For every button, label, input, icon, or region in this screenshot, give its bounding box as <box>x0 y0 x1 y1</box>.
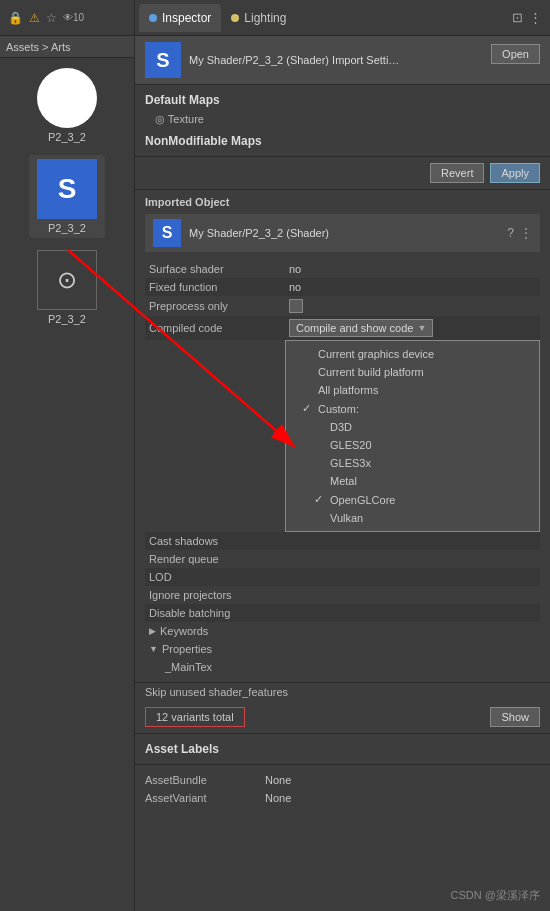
sidebar-item-unity[interactable]: ⊙ P2_3_2 <box>37 250 97 325</box>
bottom-section: AssetBundle None AssetVariant None <box>135 765 550 813</box>
variants-count-box: 12 variants total <box>145 707 245 727</box>
asset-bundle-row: AssetBundle None <box>145 771 540 789</box>
sidebar-topbar-buttons: 🔒 ⚠ ☆ 👁10 <box>6 9 86 27</box>
dropdown-item-metal[interactable]: Metal <box>286 472 539 490</box>
help-icon[interactable]: ? <box>507 226 514 240</box>
imported-header: S My Shader/P2_3_2 (Shader) ? ⋮ <box>145 214 540 252</box>
maximize-icon[interactable]: ⊡ <box>512 10 523 25</box>
tab-lighting[interactable]: Lighting <box>221 4 296 32</box>
maintex-row: _MainTex <box>145 658 540 676</box>
content-area: S My Shader/P2_3_2 (Shader) Import Setti… <box>135 36 550 911</box>
asset-variant-row: AssetVariant None <box>145 789 540 807</box>
nonmodifiable-title: NonModifiable Maps <box>145 134 540 148</box>
sidebar-item-label-unity: P2_3_2 <box>48 313 86 325</box>
prop-ignore-projectors: Ignore projectors <box>145 586 540 604</box>
action-buttons: Revert Apply <box>135 157 550 190</box>
warning-icon: ⚠ <box>27 9 42 27</box>
dropdown-item-graphics-device[interactable]: Current graphics device <box>286 345 539 363</box>
default-maps-section: Default Maps ◎ Texture NonModifiable Map… <box>135 85 550 157</box>
imported-label: Imported Object <box>145 196 540 208</box>
asset-bundle-value: None <box>265 774 291 786</box>
tab-inspector[interactable]: Inspector <box>139 4 221 32</box>
asset-labels-title: Asset Labels <box>145 742 540 756</box>
star-icon[interactable]: ☆ <box>44 9 59 27</box>
menu-icon[interactable]: ⋮ <box>529 10 542 25</box>
breadcrumb: Assets > Arts <box>0 36 134 58</box>
open-button[interactable]: Open <box>491 44 540 64</box>
imported-section: Imported Object S My Shader/P2_3_2 (Shad… <box>135 190 550 683</box>
dropdown-item-gles3x[interactable]: GLES3x <box>286 454 539 472</box>
preprocess-checkbox[interactable] <box>289 299 303 313</box>
imported-header-shader-icon: S <box>153 219 181 247</box>
prop-surface-shader: Surface shader no <box>145 260 540 278</box>
inspector-dot <box>149 14 157 22</box>
revert-button[interactable]: Revert <box>430 163 484 183</box>
asset-labels-section: Asset Labels <box>135 734 550 765</box>
show-button[interactable]: Show <box>490 707 540 727</box>
keywords-row[interactable]: ▶ Keywords <box>145 622 540 640</box>
asset-header-info: My Shader/P2_3_2 (Shader) Import Setti… <box>189 54 483 66</box>
variants-row: 12 variants total Show <box>135 701 550 734</box>
sidebar-items: P2_3_2 S P2_3_2 ⊙ P2_3_2 <box>0 58 134 325</box>
prop-preprocess-only: Preprocess only <box>145 296 540 316</box>
dropdown-item-vulkan[interactable]: Vulkan <box>286 509 539 527</box>
dropdown-item-gles20[interactable]: GLES20 <box>286 436 539 454</box>
dropdown-arrow-icon: ▼ <box>417 323 426 333</box>
dropdown-item-all-platforms[interactable]: All platforms <box>286 381 539 399</box>
asset-variant-label: AssetVariant <box>145 792 265 804</box>
asset-bundle-label: AssetBundle <box>145 774 265 786</box>
keywords-arrow: ▶ <box>149 626 156 636</box>
dropdown-item-d3d[interactable]: D3D <box>286 418 539 436</box>
compiled-code-dropdown[interactable]: Compile and show code ▼ <box>289 319 433 337</box>
asset-variant-value: None <box>265 792 291 804</box>
dropdown-menu: Current graphics device Current build pl… <box>285 340 540 532</box>
main-panel: Inspector Lighting ⊡ ⋮ S My Shader/P2_3_… <box>135 0 550 911</box>
tab-bar: Inspector Lighting ⊡ ⋮ <box>135 0 550 36</box>
asset-icon-circle <box>37 68 97 128</box>
lock-icon[interactable]: 🔒 <box>6 9 25 27</box>
default-maps-title: Default Maps <box>145 93 540 107</box>
texture-row: ◎ Texture <box>145 111 540 128</box>
sidebar-topbar: 🔒 ⚠ ☆ 👁10 <box>0 0 134 36</box>
eye-icon[interactable]: 👁10 <box>61 10 86 25</box>
prop-disable-batching: Disable batching <box>145 604 540 622</box>
apply-button[interactable]: Apply <box>490 163 540 183</box>
asset-header-icon: S <box>145 42 181 78</box>
skip-row: Skip unused shader_features <box>135 683 550 701</box>
asset-icon-unity: ⊙ <box>37 250 97 310</box>
asset-icon-shader: S <box>37 159 97 219</box>
sidebar-item-circle[interactable]: P2_3_2 <box>37 68 97 143</box>
prop-fixed-function: Fixed function no <box>145 278 540 296</box>
prop-cast-shadows: Cast shadows <box>145 532 540 550</box>
watermark: CSDN @梁溪泽序 <box>451 888 540 903</box>
prop-lod: LOD <box>145 568 540 586</box>
sidebar-item-label-circle: P2_3_2 <box>48 131 86 143</box>
properties-arrow: ▼ <box>149 644 158 654</box>
tab-bar-icons: ⊡ ⋮ <box>512 10 546 25</box>
asset-header-title: My Shader/P2_3_2 (Shader) Import Setti… <box>189 54 483 66</box>
sidebar-item-label-shader: P2_3_2 <box>48 222 86 234</box>
dropdown-item-openglcore[interactable]: ✓ OpenGLCore <box>286 490 539 509</box>
properties-expand-row[interactable]: ▼ Properties <box>145 640 540 658</box>
imported-header-icons: ? ⋮ <box>507 226 532 240</box>
dropdown-item-build-platform[interactable]: Current build platform <box>286 363 539 381</box>
dropdown-item-custom[interactable]: ✓ Custom: <box>286 399 539 418</box>
sidebar-item-shader[interactable]: S P2_3_2 <box>29 155 105 238</box>
imported-header-title: My Shader/P2_3_2 (Shader) <box>189 227 499 239</box>
sidebar: 🔒 ⚠ ☆ 👁10 Assets > Arts P2_3_2 S P2_3_2 … <box>0 0 135 911</box>
lighting-dot <box>231 14 239 22</box>
prop-compiled-code: Compiled code Compile and show code ▼ <box>145 316 540 340</box>
asset-header: S My Shader/P2_3_2 (Shader) Import Setti… <box>135 36 550 85</box>
prop-render-queue: Render queue <box>145 550 540 568</box>
settings-icon[interactable]: ⋮ <box>520 226 532 240</box>
